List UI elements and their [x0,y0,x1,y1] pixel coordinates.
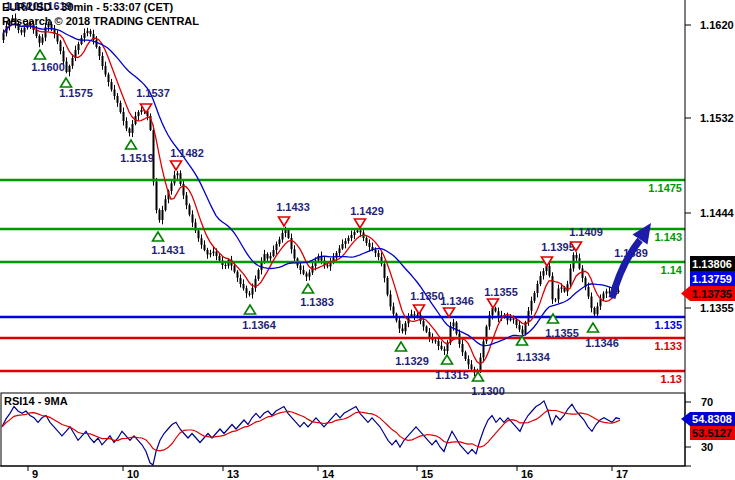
pivot-label: 1.1315 [435,369,469,381]
pivot-up-triangle-icon [61,78,72,87]
rsi-axis-tick-label: 30 [701,441,713,453]
price-badge-1-value: 1.13759 [692,273,732,285]
pivot-down-triangle-icon [355,219,366,228]
pivot-label: 1.1409 [569,226,603,238]
rsi-axis-tick-label: 70 [701,396,713,408]
pivot-label: 1.1395 [541,241,575,253]
level-label: 1.135 [654,319,682,331]
pivot-up-triangle-icon [126,140,137,149]
pivot-up-triangle-icon [245,305,256,314]
pivot-label: 1.1429 [350,205,384,217]
candle-bodies [3,18,620,373]
pivot-up-triangle-icon [396,342,407,351]
pivot-label: 1.1355 [484,286,518,298]
y-axis-tick-label: 1.1620 [700,19,734,31]
pivot-down-triangle-icon [414,305,425,314]
pivot-down-triangle-icon [488,299,499,308]
pivot-label: 1.1431 [151,244,185,256]
rsi-panel-border [1,393,685,466]
pivot-label: 1.1519 [120,152,154,164]
pivot-down-triangle-icon [444,308,455,317]
rsi-badge-0-value: 54.8308 [692,413,732,425]
x-axis-tick-label: 17 [616,468,628,480]
ma-fast-red-line [3,25,618,364]
chart-canvas: 1.14751.1431.141.1351.1331.131.16201.161… [0,0,735,480]
trading-central-chart: 1.14751.1431.141.1351.1331.131.16201.161… [0,0,735,480]
pivot-down-triangle-icon [279,217,290,226]
pivot-up-triangle-icon [35,50,46,59]
price-badge-2-value: 1.13735 [692,288,732,300]
pivot-label: 1.1329 [395,355,429,367]
pivot-label: 1.1334 [516,351,551,363]
y-axis-tick-label: 1.1532 [700,112,734,124]
x-axis-tick-label: 14 [322,468,335,480]
chart-title: EUR/USD - 30min - 5:33:07 (CET) [2,1,173,13]
pivot-up-triangle-icon [303,284,314,293]
rsi-badge-1-value: 53.5127 [692,427,732,439]
level-label: 1.133 [654,340,682,352]
level-label: 1.13 [661,373,682,385]
rsi-line [2,401,620,465]
pivot-label: 1.1383 [300,296,334,308]
pivot-up-triangle-icon [153,232,164,241]
pivot-up-triangle-icon [548,314,559,323]
x-axis-tick-label: 9 [32,468,38,480]
x-axis-tick-label: 15 [421,468,433,480]
pivot-label: 1.1346 [585,337,619,349]
level-label: 1.14 [661,264,683,276]
pivot-label: 1.1537 [136,87,170,99]
pivot-up-triangle-icon [588,323,599,332]
pivot-label: 1.1346 [440,295,474,307]
pivot-label: 1.1364 [242,319,277,331]
level-label: 1.143 [654,231,682,243]
price-badge-0-value: 1.13806 [692,258,732,270]
pivot-label: 1.1350 [410,290,444,302]
x-axis-tick-label: 13 [227,468,239,480]
y-axis-tick-label: 1.1444 [700,207,735,219]
pivot-label: 1.1600 [31,61,65,73]
pivot-down-triangle-icon [171,161,182,170]
level-label: 1.1475 [648,182,682,194]
y-axis-tick-label: 1.1355 [700,302,734,314]
pivot-label: 1.1575 [59,87,93,99]
x-axis-tick-label: 10 [127,468,139,480]
rsi-panel-label: RSI14 - 9MA [4,395,68,407]
x-axis-tick-label: 16 [521,468,533,480]
pivot-up-triangle-icon [442,355,453,364]
chart-copyright: Research © 2018 TRADING CENTRAL [2,15,199,27]
pivot-label: 1.1433 [276,201,310,213]
pivot-label: 1.1482 [170,147,204,159]
pivot-label: 1.1300 [471,385,505,397]
pivot-label: 1.1355 [545,327,579,339]
